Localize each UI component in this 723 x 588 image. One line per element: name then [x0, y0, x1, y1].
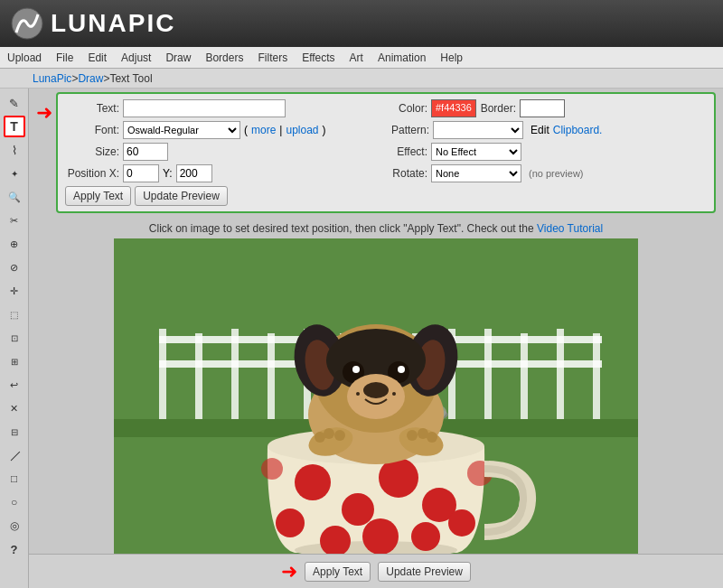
bottom-update-preview-button[interactable]: Update Preview: [378, 562, 471, 582]
svg-point-32: [448, 509, 475, 537]
svg-point-26: [379, 458, 418, 498]
pattern-select[interactable]: [433, 121, 523, 139]
menu-borders[interactable]: Borders: [205, 51, 243, 64]
effect-label: Effect:: [391, 145, 427, 158]
menu-bar: Upload File Edit Adjust Draw Borders Fil…: [0, 47, 723, 69]
arrow-to-panel: ➜: [36, 101, 52, 125]
canvas-image[interactable]: [114, 238, 638, 564]
sidebar-tool-stamp[interactable]: ✦: [4, 163, 25, 184]
sidebar-tool-circle[interactable]: ○: [4, 491, 25, 513]
svg-point-33: [261, 458, 283, 480]
text-label: Text:: [65, 102, 119, 115]
font-upload-link[interactable]: upload: [286, 124, 318, 136]
svg-rect-7: [268, 333, 275, 419]
breadcrumb: LunaPic > Draw > Text Tool: [0, 69, 723, 89]
sidebar-tool-circle-fill[interactable]: ◎: [4, 515, 25, 537]
bottom-apply-text-button[interactable]: Apply Text: [305, 562, 371, 582]
sidebar-tool-lasso[interactable]: ⊕: [4, 233, 25, 255]
svg-point-28: [276, 509, 305, 537]
sidebar-tool-zoom[interactable]: 🔍: [4, 186, 25, 208]
svg-point-52: [334, 430, 345, 441]
sidebar-tool-line[interactable]: —: [0, 440, 29, 471]
menu-art[interactable]: Art: [350, 51, 363, 64]
menu-file[interactable]: File: [56, 51, 73, 64]
text-tool-panel: Text: Font: Oswald-Regular ( more |: [56, 92, 716, 213]
bottom-bar: ➜ Apply Text Update Preview: [29, 554, 723, 588]
svg-point-45: [398, 366, 405, 373]
logo-icon: [11, 7, 43, 40]
content-area: ➜ Text: Font: Oswald-: [29, 89, 723, 588]
sidebar-tool-airbrush[interactable]: ⌇: [4, 139, 25, 161]
svg-point-53: [407, 430, 418, 441]
position-y-input[interactable]: [176, 164, 212, 182]
text-row: Text:: [65, 99, 380, 117]
update-preview-button[interactable]: Update Preview: [135, 186, 228, 206]
color-row: Color: #f44336 Border:: [391, 99, 707, 117]
sidebar-tool-undo[interactable]: ↩: [4, 374, 25, 396]
sidebar-tool-select[interactable]: ⬚: [4, 303, 25, 325]
svg-point-29: [320, 526, 351, 556]
svg-point-31: [411, 522, 440, 551]
sidebar-tool-clone[interactable]: ⊡: [4, 327, 25, 349]
svg-rect-5: [195, 333, 202, 419]
position-y-label: Y:: [163, 167, 173, 180]
svg-point-24: [295, 464, 331, 500]
video-tutorial-link[interactable]: Video Tutorial: [537, 222, 603, 235]
sidebar-tool-rect[interactable]: □: [4, 468, 25, 490]
menu-help[interactable]: Help: [440, 51, 463, 64]
logo-container: LUNAPIC: [11, 7, 175, 40]
menu-adjust[interactable]: Adjust: [121, 51, 151, 64]
apply-text-button[interactable]: Apply Text: [65, 186, 131, 206]
sidebar-tool-help[interactable]: ?: [4, 538, 25, 560]
svg-point-30: [362, 518, 399, 555]
breadcrumb-current: Text Tool: [109, 72, 152, 85]
text-input[interactable]: [123, 99, 286, 117]
font-label: Font:: [65, 124, 119, 136]
svg-point-55: [427, 432, 437, 443]
font-select[interactable]: Oswald-Regular: [123, 121, 240, 139]
svg-point-51: [324, 428, 334, 439]
menu-filters[interactable]: Filters: [258, 51, 287, 64]
effect-select[interactable]: No Effect: [431, 143, 521, 161]
menu-draw[interactable]: Draw: [165, 51, 191, 64]
position-x-input[interactable]: [123, 164, 159, 182]
breadcrumb-draw[interactable]: Draw: [78, 72, 103, 85]
menu-upload[interactable]: Upload: [7, 51, 42, 64]
border-label: Border:: [480, 102, 516, 115]
logo-text: LUNAPIC: [51, 9, 175, 38]
rotate-row: Rotate: None (no preview): [391, 164, 707, 182]
svg-point-47: [363, 382, 389, 398]
rotate-label: Rotate:: [391, 167, 427, 180]
rotate-select[interactable]: None: [431, 164, 521, 182]
menu-edit[interactable]: Edit: [88, 51, 107, 64]
font-row: Font: Oswald-Regular ( more | upload ): [65, 121, 380, 139]
breadcrumb-lunapic[interactable]: LunaPic: [33, 72, 71, 85]
sidebar-tool-move[interactable]: ✛: [4, 280, 25, 302]
sidebar-tool-text[interactable]: T: [4, 116, 25, 137]
border-color-picker[interactable]: [520, 99, 565, 117]
size-label: Size:: [65, 145, 119, 158]
sidebar-tool-grid[interactable]: ⊞: [4, 350, 25, 372]
size-input[interactable]: [123, 143, 168, 161]
svg-rect-14: [521, 333, 528, 419]
sidebar-tool-eraser[interactable]: ⊘: [4, 257, 25, 278]
app-header: LUNAPIC: [0, 0, 723, 47]
sidebar-tool-delete[interactable]: ✕: [4, 397, 25, 419]
position-row: Position X: Y:: [65, 164, 380, 182]
clipboard-link[interactable]: Clipboard.: [553, 124, 603, 136]
sidebar: ✎ T ⌇ ✦ 🔍 ✂ ⊕ ⊘ ✛ ⬚ ⊡ ⊞ ↩ ✕ ⊟ — □ ○ ◎ ?: [0, 89, 29, 588]
sidebar-tool-pencil[interactable]: ✎: [4, 92, 25, 114]
color-label: Color:: [391, 102, 427, 115]
menu-animation[interactable]: Animation: [378, 51, 426, 64]
image-area: [36, 238, 716, 564]
color-picker[interactable]: #f44336: [431, 99, 476, 117]
svg-rect-16: [593, 333, 600, 419]
color-value: #f44336: [432, 100, 475, 115]
instruction-text: Click on image to set desired text posit…: [36, 222, 716, 235]
svg-point-25: [342, 493, 374, 526]
svg-point-57: [392, 392, 396, 396]
bottom-arrow: ➜: [281, 560, 297, 583]
menu-effects[interactable]: Effects: [302, 51, 334, 64]
sidebar-tool-crop[interactable]: ✂: [4, 210, 25, 231]
font-more-link[interactable]: more: [251, 124, 276, 136]
